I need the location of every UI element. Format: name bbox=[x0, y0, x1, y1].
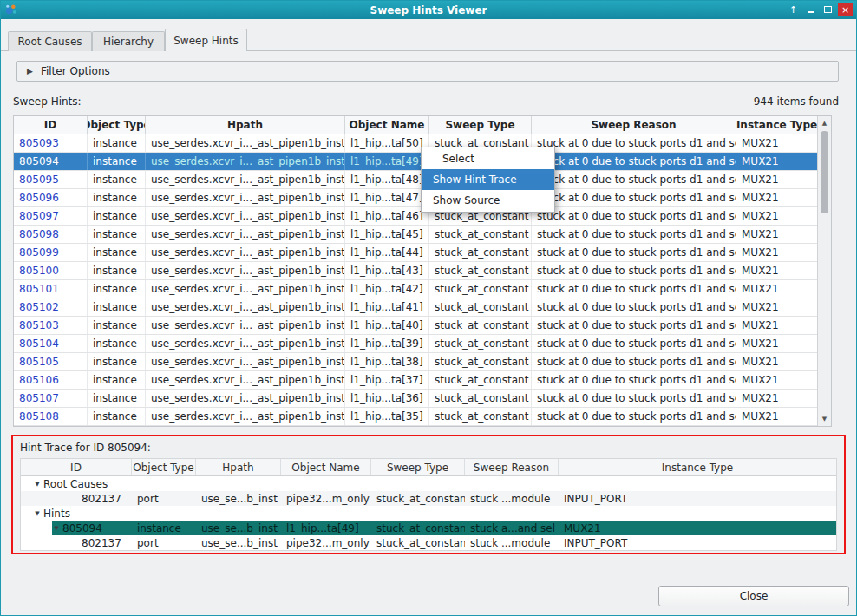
sweep-reason-cell: stuck at 0 due to stuck ports d1 and sel bbox=[532, 298, 736, 316]
items-found-count: 944 items found bbox=[754, 95, 839, 108]
table-row[interactable]: 805106instanceuse_serdes.xcvr_i..._ast_p… bbox=[14, 371, 817, 390]
menu-item-show-source[interactable]: Show Source bbox=[422, 190, 554, 211]
table-row[interactable]: 805107instanceuse_serdes.xcvr_i..._ast_p… bbox=[14, 390, 817, 408]
trace-column-header-sweep_reason[interactable]: Sweep Reason bbox=[465, 459, 559, 475]
column-header-sweep_type[interactable]: Sweep Type bbox=[429, 116, 532, 134]
scroll-up-icon[interactable]: ▲ bbox=[818, 117, 831, 129]
instance-type-cell: MUX21 bbox=[736, 153, 817, 170]
trace-column-header-object_name[interactable]: Object Name bbox=[281, 459, 371, 475]
table-row[interactable]: 805098instanceuse_serdes.xcvr_i..._ast_p… bbox=[14, 226, 817, 244]
id-cell: 805094 bbox=[14, 153, 88, 170]
hpath-cell: use_serdes.xcvr_i..._ast_pipen1b_inst bbox=[146, 408, 345, 425]
tab-hierarchy[interactable]: Hierarchy bbox=[92, 31, 165, 51]
tree-expander-icon[interactable]: ▼ bbox=[50, 525, 62, 532]
hpath-cell: use_serdes.xcvr_i..._ast_pipen1b_inst bbox=[146, 298, 345, 316]
trace-group-label: Root Causes bbox=[43, 478, 108, 490]
maximize-button[interactable] bbox=[821, 3, 835, 16]
id-cell: 805095 bbox=[14, 171, 88, 188]
trace-column-header-object_type[interactable]: Object Type bbox=[132, 459, 196, 475]
tab-sweep-hints[interactable]: Sweep Hints bbox=[165, 29, 247, 51]
table-row[interactable]: 805102instanceuse_serdes.xcvr_i..._ast_p… bbox=[14, 298, 817, 317]
hpath-cell: use_serdes.xcvr_i..._ast_pipen1b_inst bbox=[146, 153, 345, 170]
table-row[interactable]: 805093instanceuse_serdes.xcvr_i..._ast_p… bbox=[14, 134, 817, 153]
shade-button[interactable]: ↑ bbox=[786, 3, 801, 16]
menu-item-select[interactable]: Select bbox=[422, 148, 554, 169]
tab-bar: Root Causes Hierarchy Sweep Hints bbox=[1, 29, 856, 51]
trace-column-header-sweep_type[interactable]: Sweep Type bbox=[371, 459, 465, 475]
column-header-hpath[interactable]: Hpath bbox=[146, 116, 345, 134]
trace-sweep-type-cell: stuck_at_constant bbox=[371, 535, 465, 550]
trace-column-header-id[interactable]: ID bbox=[21, 459, 132, 475]
trace-column-header-hpath[interactable]: Hpath bbox=[196, 459, 281, 475]
menu-item-show-hint-trace[interactable]: Show Hint Trace bbox=[422, 169, 554, 190]
column-header-object_type[interactable]: Object Type bbox=[88, 116, 146, 134]
filter-options-toggle[interactable]: ▶ Filter Options bbox=[16, 61, 839, 82]
column-header-instance_type[interactable]: Instance Type bbox=[736, 116, 817, 134]
sweep-reason-cell: stuck at 0 due to stuck ports d1 and sel bbox=[532, 317, 736, 334]
tree-expander-icon[interactable]: ▼ bbox=[31, 481, 43, 488]
trace-group-row[interactable]: ▼Root Causes bbox=[21, 476, 836, 491]
object-name-cell: l1_hip...ta[40] bbox=[345, 317, 429, 334]
object-type-cell: instance bbox=[88, 226, 146, 243]
table-row[interactable]: 805103instanceuse_serdes.xcvr_i..._ast_p… bbox=[14, 317, 817, 335]
trace-object-type-cell: port bbox=[132, 491, 196, 506]
trace-group-row[interactable]: ▼Hints bbox=[21, 506, 836, 521]
scrollbar-thumb[interactable] bbox=[821, 131, 828, 213]
trace-instance-type-cell: INPUT_PORT bbox=[559, 491, 836, 506]
table-row[interactable]: 805094instanceuse_serdes.xcvr_i..._ast_p… bbox=[14, 153, 817, 171]
close-window-button[interactable]: × bbox=[838, 3, 853, 16]
sweep-type-cell: stuck_at_constant bbox=[429, 262, 532, 279]
table-row[interactable]: 805099instanceuse_serdes.xcvr_i..._ast_p… bbox=[14, 244, 817, 262]
trace-object-name-cell: pipe32...m_only bbox=[281, 535, 371, 550]
sweep-reason-cell: stuck at 0 due to stuck ports d1 and sel bbox=[532, 189, 736, 206]
object-type-cell: instance bbox=[88, 371, 146, 389]
table-row[interactable]: 805096instanceuse_serdes.xcvr_i..._ast_p… bbox=[14, 189, 817, 207]
trace-header-row: IDObject TypeHpathObject NameSweep TypeS… bbox=[21, 459, 836, 476]
tree-expander-icon[interactable]: ▼ bbox=[31, 510, 43, 517]
table-row[interactable]: 805100instanceuse_serdes.xcvr_i..._ast_p… bbox=[14, 262, 817, 280]
table-row[interactable]: 805108instanceuse_serdes.xcvr_i..._ast_p… bbox=[14, 408, 817, 426]
trace-hpath-cell: use_se...b_inst bbox=[196, 535, 281, 550]
table-row[interactable]: 805101instanceuse_serdes.xcvr_i..._ast_p… bbox=[14, 280, 817, 298]
trace-instance-type-cell: MUX21 bbox=[559, 521, 836, 535]
table-row[interactable]: 805095instanceuse_serdes.xcvr_i..._ast_p… bbox=[14, 171, 817, 189]
table-row[interactable]: 805104instanceuse_serdes.xcvr_i..._ast_p… bbox=[14, 335, 817, 353]
instance-type-cell: MUX21 bbox=[736, 244, 817, 261]
trace-row[interactable]: 802137portuse_se...b_instpipe32...m_only… bbox=[21, 535, 836, 550]
instance-type-cell: MUX21 bbox=[736, 408, 817, 425]
hpath-cell: use_serdes.xcvr_i..._ast_pipen1b_inst bbox=[146, 207, 345, 225]
object-name-cell: l1_hip...ta[47] bbox=[345, 189, 429, 206]
object-name-cell: l1_hip...ta[36] bbox=[345, 390, 429, 407]
instance-type-cell: MUX21 bbox=[736, 298, 817, 316]
hpath-cell: use_serdes.xcvr_i..._ast_pipen1b_inst bbox=[146, 280, 345, 298]
table-row[interactable]: 805105instanceuse_serdes.xcvr_i..._ast_p… bbox=[14, 353, 817, 371]
table-row[interactable]: 805097instanceuse_serdes.xcvr_i..._ast_p… bbox=[14, 207, 817, 226]
trace-body: ▼Root Causes802137portuse_se...b_instpip… bbox=[21, 476, 836, 550]
hpath-cell: use_serdes.xcvr_i..._ast_pipen1b_inst bbox=[146, 244, 345, 261]
sweep-type-cell: stuck_at_constant bbox=[429, 226, 532, 243]
close-button[interactable]: Close bbox=[658, 586, 849, 606]
trace-row[interactable]: 802137portuse_se...b_instpipe32...m_only… bbox=[21, 491, 836, 506]
trace-sweep-type-cell: stuck_at_constant bbox=[371, 521, 465, 535]
hpath-cell: use_serdes.xcvr_i..._ast_pipen1b_inst bbox=[146, 371, 345, 389]
column-header-sweep_reason[interactable]: Sweep Reason bbox=[532, 116, 736, 134]
object-type-cell: instance bbox=[88, 335, 146, 352]
vertical-scrollbar[interactable]: ▲ ▼ bbox=[817, 116, 831, 426]
collapsed-arrow-icon: ▶ bbox=[27, 67, 33, 75]
minimize-button[interactable] bbox=[803, 3, 818, 16]
trace-column-header-instance_type[interactable]: Instance Type bbox=[559, 459, 836, 475]
object-name-cell: l1_hip...ta[38] bbox=[345, 353, 429, 370]
trace-id-cell: 805094 bbox=[62, 522, 102, 534]
column-header-object_name[interactable]: Object Name bbox=[345, 116, 429, 134]
column-header-id[interactable]: ID bbox=[14, 116, 88, 134]
id-cell: 805103 bbox=[14, 317, 88, 334]
object-name-cell: l1_hip...ta[43] bbox=[345, 262, 429, 279]
sweep-type-cell: stuck_at_constant bbox=[429, 317, 532, 334]
trace-row[interactable]: ▼805094instanceuse_se...b_instl1_hip...t… bbox=[21, 521, 836, 535]
trace-instance-type-cell: INPUT_PORT bbox=[559, 535, 836, 550]
sweep-reason-cell: stuck at 0 due to stuck ports d1 and sel bbox=[532, 244, 736, 261]
tab-root-causes[interactable]: Root Causes bbox=[8, 31, 92, 51]
titlebar[interactable]: Sweep Hints Viewer ↑ × bbox=[1, 1, 856, 19]
scroll-down-icon[interactable]: ▼ bbox=[818, 413, 831, 425]
id-cell: 805101 bbox=[14, 280, 88, 298]
